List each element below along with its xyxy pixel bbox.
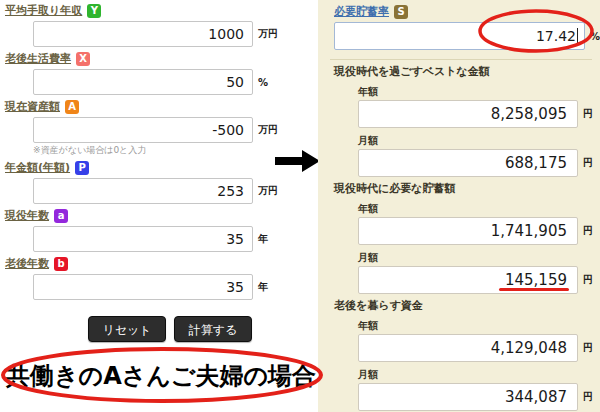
average-income-label[interactable]: 平均手取り年収 [5, 4, 82, 18]
retirement-expense-rate-value: 50 [226, 74, 244, 90]
retirement-funds-annual-output[interactable]: 4,129,048 [358, 334, 578, 362]
field-pension-amount: 年金額(年額) P 253 万円 [5, 161, 300, 204]
retirement-funds-monthly-value: 344,087 [505, 388, 567, 406]
required-savings-annual-output[interactable]: 1,741,905 [358, 217, 578, 245]
best-amount-annual-output[interactable]: 8,258,095 [358, 100, 578, 128]
right-arrow-icon [275, 148, 321, 174]
field-retirement-expense-rate: 老後生活費率 X 50 % [5, 52, 300, 95]
retirement-funds-monthly-label: 月額 [358, 369, 600, 381]
best-amount-annual-value: 8,258,095 [491, 105, 567, 123]
working-years-value: 35 [226, 231, 244, 247]
red-underline-annotation [499, 288, 569, 291]
average-income-input[interactable]: 1000 [33, 21, 253, 47]
required-savings-rate-label[interactable]: 必要貯蓄率 [334, 4, 389, 19]
working-years-input[interactable]: 35 [33, 226, 253, 252]
required-savings-annual-label: 年額 [358, 203, 600, 215]
panel-divider [330, 59, 592, 60]
variable-x-badge: X [76, 52, 90, 66]
field-working-years: 現役年数 a 35 年 [5, 209, 300, 252]
current-assets-label[interactable]: 現在資産額 [5, 100, 60, 114]
field-retirement-years: 老後年数 b 35 年 [5, 257, 300, 300]
calculate-button[interactable]: 計算する [174, 316, 252, 342]
retirement-funds-annual-label: 年額 [358, 320, 600, 332]
best-amount-annual-label: 年額 [358, 86, 600, 98]
pension-amount-value: 253 [217, 183, 244, 199]
retirement-years-value: 35 [226, 279, 244, 295]
retirement-expense-rate-unit: % [258, 77, 268, 88]
case-caption: 共働きのAさんご夫婦の場合 [6, 360, 316, 392]
variable-y-badge: Y [87, 4, 101, 18]
variable-small-a-badge: a [54, 209, 68, 223]
retirement-funds-section-title: 老後を暮らす資金 [334, 299, 600, 313]
current-assets-note: ※資産がない場合は0と入力 [33, 145, 300, 156]
current-assets-value: -500 [212, 122, 244, 138]
best-amount-annual-unit: 円 [583, 107, 593, 121]
input-form: 平均手取り年収 Y 1000 万円 老後生活費率 X 50 % 現在資産額 A … [0, 0, 300, 342]
best-amount-monthly-value: 688,175 [505, 154, 567, 172]
best-amount-monthly-label: 月額 [358, 135, 600, 147]
required-savings-rate-unit: % [590, 31, 600, 42]
working-years-label[interactable]: 現役年数 [5, 209, 49, 223]
field-current-assets: 現在資産額 A -500 万円 ※資産がない場合は0と入力 [5, 100, 300, 156]
best-amount-monthly-output[interactable]: 688,175 [358, 149, 578, 177]
variable-a-badge: A [65, 100, 79, 114]
required-savings-monthly-unit: 円 [583, 273, 593, 287]
variable-s-badge: S [394, 5, 408, 19]
text-cursor [577, 28, 578, 44]
pension-amount-input[interactable]: 253 [33, 178, 253, 204]
retirement-funds-monthly-unit: 円 [583, 390, 593, 404]
field-average-income: 平均手取り年収 Y 1000 万円 [5, 4, 300, 47]
required-savings-section-title: 現役時代に必要な貯蓄額 [334, 182, 600, 196]
best-amount-monthly-unit: 円 [583, 156, 593, 170]
average-income-unit: 万円 [258, 27, 278, 41]
retirement-years-label[interactable]: 老後年数 [5, 257, 49, 271]
pension-amount-unit: 万円 [258, 184, 278, 198]
required-savings-monthly-label: 月額 [358, 252, 600, 264]
best-amount-section-title: 現役時代を過ごすベストな金額 [334, 65, 600, 79]
current-assets-unit: 万円 [258, 123, 278, 137]
reset-button[interactable]: リセット [88, 316, 166, 342]
retirement-years-input[interactable]: 35 [33, 274, 253, 300]
required-savings-rate-value: 17.42 [536, 28, 576, 44]
retirement-funds-annual-unit: 円 [583, 341, 593, 355]
pension-amount-label[interactable]: 年金額(年額) [5, 161, 70, 175]
required-savings-rate-input[interactable]: 17.42 [334, 22, 585, 50]
retirement-funds-annual-value: 4,129,048 [491, 339, 567, 357]
working-years-unit: 年 [258, 232, 268, 246]
required-savings-annual-value: 1,741,905 [491, 222, 567, 240]
variable-p-badge: P [75, 161, 89, 175]
required-savings-monthly-output[interactable]: 145,159 [358, 266, 578, 294]
required-savings-annual-unit: 円 [583, 224, 593, 238]
retirement-funds-monthly-output[interactable]: 344,087 [358, 383, 578, 411]
result-panel: 必要貯蓄率 S 17.42 % 現役時代を過ごすベストな金額 年額 8,258,… [318, 0, 600, 412]
retirement-expense-rate-input[interactable]: 50 [33, 69, 253, 95]
average-income-value: 1000 [208, 26, 244, 42]
current-assets-input[interactable]: -500 [33, 117, 253, 143]
variable-small-b-badge: b [54, 257, 68, 271]
retirement-expense-rate-label[interactable]: 老後生活費率 [5, 52, 71, 66]
required-savings-monthly-value: 145,159 [505, 271, 567, 289]
retirement-years-unit: 年 [258, 280, 268, 294]
